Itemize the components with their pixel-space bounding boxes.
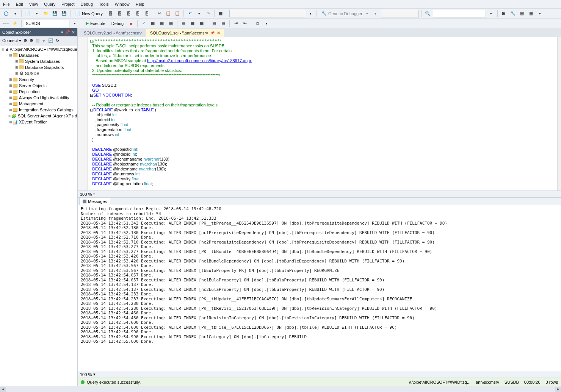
dropdown-icon[interactable]: ▾ [307, 10, 314, 17]
menu-project[interactable]: Project [61, 2, 74, 6]
zoom-level[interactable]: 100 % [80, 192, 92, 197]
tree-root[interactable]: ⊟🖥\\.\pipe\MICROSOFT##WID\tsql\query [0, 46, 77, 52]
results-text-icon[interactable]: ▤ [180, 20, 187, 27]
scroll-right-icon[interactable]: ▶ [555, 387, 561, 392]
db-1-icon[interactable]: 🗄 [107, 10, 114, 17]
oe-icon-3[interactable]: ▤ [36, 38, 39, 43]
database-dropdown-icon[interactable]: ▾ [71, 20, 78, 27]
overview-ruler[interactable] [557, 37, 561, 191]
stop-icon[interactable]: ■ [127, 20, 135, 27]
tree-node[interactable]: ⊞Replication [0, 89, 77, 95]
menu-debug[interactable]: Debug [81, 2, 93, 6]
new-project-icon[interactable]: 📄 [24, 10, 31, 17]
parse-icon[interactable]: ✓ [140, 20, 147, 27]
messages-tab[interactable]: Messages [79, 198, 110, 205]
oe-icon-4[interactable]: ▼ [42, 39, 46, 43]
oe-icon-2[interactable]: ⚙ [30, 38, 33, 43]
find-input[interactable] [433, 10, 486, 17]
plan-3-icon[interactable]: ▦ [167, 20, 175, 27]
menu-tools[interactable]: Tools [99, 2, 109, 6]
comment-icon[interactable]: ▤ [210, 20, 218, 27]
object-explorer-tree[interactable]: ⊟🖥\\.\pipe\MICROSOFT##WID\tsql\query ⊟Da… [0, 45, 77, 386]
dropdown-arrow-icon[interactable]: ▾ [11, 10, 19, 17]
execute-button[interactable]: ▶Execute [83, 20, 108, 27]
connect-button[interactable]: Connect ▾ [2, 38, 21, 43]
tree-node[interactable]: ⊞🧩SQL Server Agent (Agent XPs disabl [0, 113, 77, 119]
change-conn-icon[interactable]: ⚡ [11, 20, 19, 27]
debugger-select[interactable]: 🔧Generic Debugger▾ [319, 10, 370, 17]
tree-node[interactable]: ⊞Management [0, 101, 77, 107]
debug-play-icon[interactable]: ▾ [372, 10, 379, 17]
panel-close-icon[interactable]: ✕ [72, 30, 75, 35]
scroll-left-icon[interactable]: ◀ [0, 387, 6, 392]
open-icon[interactable]: 📁 [42, 10, 50, 17]
document-tab[interactable]: SQLQuery2.sql - \\ann\sccmsrv [80, 29, 146, 37]
solution-combo[interactable] [229, 10, 305, 17]
copy-icon[interactable]: 📋 [165, 10, 172, 17]
tree-node[interactable]: ⊞Always On High Availability [0, 95, 77, 101]
save-icon[interactable]: 💾 [51, 10, 59, 17]
new-file-icon[interactable]: ▾ [33, 10, 41, 17]
oe-icon-6[interactable]: ↻ [56, 38, 59, 43]
debug-button[interactable]: Debug [109, 20, 126, 27]
cut-icon[interactable]: ✂ [155, 10, 163, 17]
tree-node[interactable]: ⊞Server Objects [0, 83, 77, 89]
debug-combo[interactable] [381, 10, 419, 17]
plan-2-icon[interactable]: ▦ [158, 20, 166, 27]
grid-icon[interactable]: ▦ [217, 10, 224, 17]
wrench-icon[interactable]: 🔧 [509, 10, 517, 17]
messages-scroll[interactable]: Estimating fragmentation: Begin. 2018-05… [78, 205, 561, 371]
uncomment-icon[interactable]: ▤ [219, 20, 227, 27]
tree-node[interactable]: ⊞📊XEvent Profiler [0, 119, 77, 125]
results-grid-icon[interactable]: ▦ [189, 20, 196, 27]
results-file-icon[interactable]: ▦ [198, 20, 205, 27]
database-combo[interactable] [24, 20, 69, 27]
tree-node[interactable]: ⊟Databases [0, 52, 77, 58]
db-2-icon[interactable]: 🗄 [116, 10, 123, 17]
oe-icon-1[interactable]: ⚙ [24, 38, 27, 43]
outdent-icon[interactable]: ⇤ [241, 20, 249, 27]
more-dropdown-icon[interactable]: ▾ [536, 10, 544, 17]
indent-icon[interactable]: ⇥ [232, 20, 240, 27]
disconnect-icon[interactable]: ⟵ [2, 20, 10, 27]
db-4-icon[interactable]: 🗄 [134, 10, 141, 17]
menu-window[interactable]: Window [115, 2, 130, 6]
zoom-dropdown-icon[interactable]: ▾ [93, 192, 95, 196]
menu-edit[interactable]: Edit [16, 2, 23, 6]
redo-arrow-icon[interactable]: ▾ [195, 10, 203, 17]
code-editor[interactable]: ⊟/**************************************… [78, 37, 561, 191]
messages-zoom-dropdown-icon[interactable]: ▾ [93, 372, 96, 377]
panel-pin-icon[interactable]: 📌 [65, 30, 70, 35]
nav-back-icon[interactable]: ◯ [2, 10, 10, 17]
redo-icon[interactable]: ↷ [204, 10, 212, 17]
find-icon[interactable]: 🔍 [424, 10, 431, 17]
code-content[interactable]: ⊟/**************************************… [88, 37, 557, 188]
tree-node[interactable]: ⊞Integration Services Catalogs [0, 107, 77, 113]
tree-node[interactable]: ⊞🛢SUSDB [0, 70, 77, 77]
plan-1-icon[interactable]: ▦ [149, 20, 157, 27]
save-all-icon[interactable]: 💾 [60, 10, 68, 17]
menu-view[interactable]: View [29, 2, 38, 6]
tree-node[interactable]: ⊞System Databases [0, 58, 77, 64]
db-3-icon[interactable]: 🗄 [125, 10, 132, 17]
tree-node[interactable]: ⊞Security [0, 77, 77, 83]
menu-help[interactable]: Help [136, 2, 144, 6]
db-5-icon[interactable]: 🗄 [143, 10, 150, 17]
panel-dropdown-icon[interactable]: ▾ [61, 30, 63, 35]
find-dropdown-icon[interactable]: ▾ [487, 10, 495, 17]
messages-zoom-level[interactable]: 100 % [80, 372, 92, 377]
window-1-icon[interactable]: ⊞ [500, 10, 508, 17]
tree-node[interactable]: ⊞Database Snapshots [0, 64, 77, 70]
window-2-icon[interactable]: ▦ [527, 10, 535, 17]
specify-values-icon[interactable]: ⧈ [254, 20, 261, 27]
specify-dropdown-icon[interactable]: ▾ [263, 20, 270, 27]
menu-query[interactable]: Query [44, 2, 55, 6]
oe-refresh-icon[interactable]: 🔄 [48, 38, 53, 43]
horizontal-scrollbar[interactable]: ◀ ▶ [0, 386, 561, 392]
document-tab[interactable]: SQLQuery1.sql - \\ann\sccmsrv📌✕ [146, 29, 224, 37]
undo-icon[interactable]: ↶ [186, 10, 194, 17]
new-query-button[interactable]: 📄New Query [73, 10, 105, 17]
paste-icon[interactable]: 📋 [174, 10, 181, 17]
menu-file[interactable]: File [3, 2, 10, 6]
layout-icon[interactable]: ▤ [518, 10, 526, 17]
